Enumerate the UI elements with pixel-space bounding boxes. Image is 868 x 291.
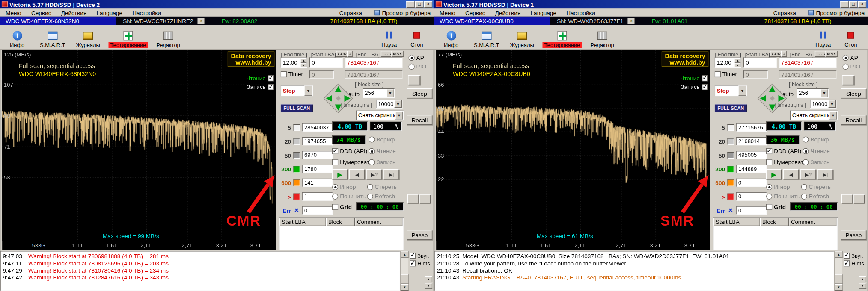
table-header[interactable]: Start LBA [279,218,326,226]
toolbar-button-1[interactable]: Инфо [436,26,466,49]
verify-radio-group[interactable]: Вериф. [369,136,396,143]
drive-model[interactable]: WDC WD40EFRX-68N32N0 [0,17,116,25]
ddd-checkbox[interactable] [332,148,338,154]
minimize-button[interactable]: _ [840,1,848,8]
verify-radio-group[interactable]: Вериф. [803,136,830,143]
menu-item[interactable]: Меню [440,9,455,16]
side-small-button[interactable] [408,75,420,85]
scrollbar-thumb[interactable] [401,274,408,284]
scroll-up-icon[interactable]: ▲ [401,251,408,258]
ddd-checkbox-group[interactable]: DDD (API) [332,147,367,154]
menu-item[interactable]: Действия [495,9,521,16]
grid-checkbox-group[interactable]: Grid [332,203,352,210]
stop-button[interactable]: Стоп [402,25,432,48]
timer-checkbox-group[interactable]: Timer [715,71,737,78]
write-radio-group[interactable]: Запись [803,159,829,165]
end-time-input[interactable]: 12:00 ▲▼ [281,58,307,68]
timer-checkbox[interactable] [715,71,721,77]
side-mini-button-2[interactable] [419,194,431,203]
grid-checkbox-group[interactable]: Grid [766,203,786,210]
write-radio[interactable] [803,159,809,165]
block-size-select[interactable]: 256 ▼ [363,88,395,98]
refresh-radio-group[interactable]: Refresh [367,193,395,200]
toolbar-button-1[interactable]: Инфо [2,26,32,49]
repair-radio[interactable] [766,193,772,199]
start-lba-cur-button[interactable]: CUR [336,51,348,57]
erase-radio[interactable] [367,184,373,190]
menu-item-buffer-view[interactable]: Просмотр буфера [808,9,865,16]
menu-item[interactable]: Сервис [31,9,51,16]
api-radio-group[interactable]: API [843,54,860,61]
toolbar-button-2[interactable]: S.M.A.R.T [38,26,68,49]
screenshot-select[interactable]: Снять скриншот ▼ [790,111,838,120]
maximize-button[interactable]: □ [849,1,857,8]
end-lba-input[interactable]: 7814037167 [779,58,837,68]
pio-radio[interactable] [843,63,849,69]
scrollbar-thumb[interactable] [835,274,842,284]
write-checkbox[interactable] [268,84,274,90]
dropdown-arrow-icon[interactable]: ▼ [304,85,312,95]
hints-checkbox[interactable] [844,260,850,266]
write-checkbox[interactable] [702,84,708,90]
sound-checkbox-group[interactable]: Звук [844,253,868,259]
read-radio-group[interactable]: Чтение [369,147,395,154]
dropdown-arrow-icon[interactable]: ▼ [386,89,394,97]
verify-radio[interactable] [369,136,375,142]
to-end-button[interactable]: ▶| [383,169,399,180]
title-bar[interactable]: Victoria 5.37 HDD/SSD | Device 1 _ □ × [434,0,868,8]
write-radio-group[interactable]: Запись [369,159,395,165]
table-header[interactable]: Comment [355,218,402,226]
numerate-checkbox[interactable] [332,159,338,165]
dropdown-arrow-icon[interactable]: ▼ [738,85,746,95]
dropdown-arrow-icon[interactable]: ▼ [395,111,403,119]
toolbar-button-4[interactable]: Тестирование [543,26,582,49]
pio-radio-group[interactable]: PIO [843,63,861,70]
sound-checkbox[interactable] [844,253,850,259]
erase-radio[interactable] [801,184,807,190]
side-mini-button-1[interactable] [841,194,853,203]
menu-item[interactable]: Действия [61,9,87,16]
timer-checkbox-group[interactable]: Timer [281,71,303,78]
erase-radio-group[interactable]: Стереть [801,183,831,190]
table-header[interactable]: Block [760,218,789,226]
start-lba-zero-button[interactable]: 0 [781,51,787,57]
full-scan-button[interactable]: FULL SCAN [281,104,313,112]
toolbar-button-3[interactable]: Журналы [73,26,103,49]
read-radio-group[interactable]: Чтение [803,147,829,154]
ignore-radio-group[interactable]: Игнор [332,183,356,190]
sleep-button[interactable]: Sleep [841,88,866,98]
to-end-button[interactable]: ▶| [817,169,833,180]
dropdown-arrow-icon[interactable]: ▼ [394,100,402,108]
dropdown-arrow-icon[interactable]: ▼ [828,100,836,108]
timer-checkbox[interactable] [281,71,287,77]
refresh-radio-group[interactable]: Refresh [801,193,829,200]
drive-close-button[interactable]: x [628,18,635,24]
passport-button[interactable]: Passp [841,230,866,240]
end-lba-max-button[interactable]: MAX [391,51,404,57]
ignore-radio[interactable] [332,184,338,190]
toolbar-button-2[interactable]: S.M.A.R.T [472,26,502,49]
step-back-button[interactable]: ◀ [349,169,365,180]
api-radio[interactable] [843,54,849,60]
ignore-radio[interactable] [766,184,772,190]
dropdown-arrow-icon[interactable]: ▼ [820,89,828,97]
end-lba-max-button[interactable]: MAX [825,51,838,57]
grid-checkbox[interactable] [766,204,772,210]
verify-radio[interactable] [803,136,809,142]
end-lba-input[interactable]: 7814037167 [345,58,403,68]
timeout-select[interactable]: 10000 ▼ [376,100,402,109]
recall-button[interactable]: Recall [841,115,866,125]
ignore-radio-group[interactable]: Игнор [766,183,790,190]
hints-checkbox-group[interactable]: Hints [844,260,868,266]
title-bar[interactable]: Victoria 5.37 HDD/SSD | Device 2 _ □ × [0,0,434,8]
write-radio[interactable] [369,159,375,165]
navigation-pad[interactable] [323,83,354,114]
log-list[interactable]: 9:47:03Warning! Block start at 780698188… [0,251,400,291]
read-checkbox[interactable] [702,75,708,81]
read-radio[interactable] [369,148,375,154]
passport-button[interactable]: Passp [407,230,432,240]
ddd-checkbox-group[interactable]: DDD (API) [766,147,801,154]
defect-table[interactable]: Start LBABlockComment [713,217,838,250]
pause-button[interactable]: Пауза [374,25,404,48]
scroll-up-icon[interactable]: ▲ [835,251,842,258]
